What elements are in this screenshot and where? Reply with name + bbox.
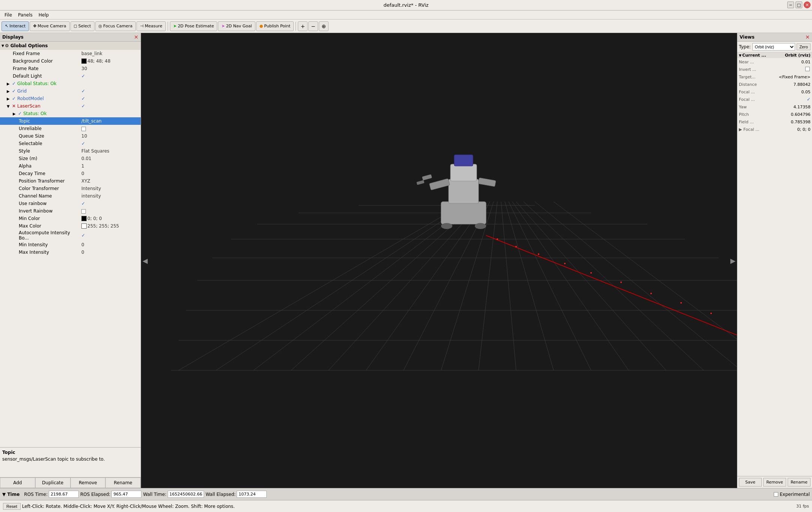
zoom-icon-button[interactable]: ⊕ [319,21,329,31]
position-transformer-row[interactable]: Position Transformer XYZ [0,177,141,185]
move-camera-button[interactable]: ✥ Move Camera [30,21,69,31]
views-panel-header: Views ✕ [737,33,812,42]
view-invert-row[interactable]: Invert ... [737,66,812,73]
viewport-arrow-right[interactable]: ▶ [729,255,737,266]
grid-value: ✓ [80,88,140,94]
views-type-select[interactable]: Orbit (rviz) [752,43,795,51]
svg-point-29 [538,253,539,255]
topic-row[interactable]: Topic /tilt_scan [0,117,141,125]
select-button[interactable]: ◻ Select [71,21,95,31]
frame-rate-row[interactable]: Frame Rate 30 [0,65,141,72]
close-button[interactable]: ✕ [804,1,810,8]
invert-rainbow-row[interactable]: Invert Rainbow [0,207,141,215]
max-intensity-row[interactable]: Max Intensity 0 [0,249,141,256]
unreliable-row[interactable]: Unreliable [0,125,141,132]
alpha-row[interactable]: Alpha 1 [0,162,141,170]
views-close-button[interactable]: ✕ [805,34,810,40]
view-distance-row[interactable]: Distance 7.88042 [737,81,812,88]
displays-tree[interactable]: ▼ ⚙ Global Options Fixed Frame base_link… [0,42,141,447]
menu-panels[interactable]: Panels [15,12,36,18]
view-target-row[interactable]: Target... <Fixed Frame> [737,73,812,81]
displays-panel-buttons: Add Duplicate Remove Rename [0,477,141,488]
queue-size-value: 10 [80,133,140,139]
ruler-icon: ⊣ [140,24,144,28]
current-view-group[interactable]: ▼ Current ... Orbit (rviz) [737,52,812,58]
max-color-row[interactable]: Max Color 255; 255; 255 [0,222,141,230]
invert-checkbox[interactable] [805,67,810,71]
menu-help[interactable]: Help [36,12,52,18]
ros-elapsed-label: ROS Elapsed: [80,492,110,497]
default-light-row[interactable]: Default Light ✓ [0,72,141,80]
size-row[interactable]: Size (m) 0.01 [0,155,141,162]
maximize-button[interactable]: □ [795,1,802,8]
add-icon-button[interactable]: + [298,21,308,31]
views-remove-button[interactable]: Remove [763,478,786,487]
laser-scan-row[interactable]: ▼ ✕ LaserScan ✓ [0,102,141,110]
experimental-checkbox[interactable] [774,492,778,497]
svg-point-30 [564,263,566,264]
robot-model-row[interactable]: ▶ ✓ RobotModel ✓ [0,95,141,102]
menu-file[interactable]: File [2,12,15,18]
interact-button[interactable]: ↖ Interact [2,21,29,31]
wall-elapsed-label: Wall Elapsed: [206,492,236,497]
style-row[interactable]: Style Flat Squares [0,147,141,155]
duplicate-button[interactable]: Duplicate [35,478,71,488]
reset-button[interactable]: Reset [3,503,21,510]
focus-camera-button[interactable]: ◎ Focus Camera [95,21,136,31]
rename-button[interactable]: Rename [105,478,141,488]
measure-button[interactable]: ⊣ Measure [137,21,165,31]
unreliable-value [80,126,140,131]
add-button[interactable]: Add [0,478,35,488]
view-yaw-row[interactable]: Yaw 4.17358 [737,103,812,111]
unreliable-checkbox[interactable] [81,127,86,131]
background-color-value: 48; 48; 48 [80,58,140,64]
displays-close-button[interactable]: ✕ [134,34,138,40]
title-bar: default.rviz* - RViz ─ □ ✕ [0,0,812,10]
viewport-3d[interactable]: ◀ ▶ [141,33,737,488]
min-intensity-row[interactable]: Min Intensity 0 [0,241,141,249]
queue-size-row[interactable]: Queue Size 10 [0,132,141,140]
background-color-key: Background Color [13,58,80,64]
view-focal1-row[interactable]: Focal ... 0.05 [737,88,812,96]
viewport-arrow-left[interactable]: ◀ [141,255,149,266]
autocompute-row[interactable]: Autocompute Intensity Bo... ✓ [0,230,141,241]
remove-icon-button[interactable]: − [308,21,318,31]
global-options-label: Global Options [11,43,48,48]
use-rainbow-value: ✓ [80,201,140,206]
minimize-button[interactable]: ─ [787,1,794,8]
views-save-button[interactable]: Save [739,478,762,487]
view-focal3-row[interactable]: ▶ Focal ... 0; 0; 0 [737,126,812,133]
fixed-frame-row[interactable]: Fixed Frame base_link [0,50,141,57]
unreliable-key: Unreliable [19,126,80,131]
max-intensity-value: 0 [80,250,140,255]
2d-nav-button[interactable]: ➤ 2D Nav Goal [218,21,255,31]
selectable-row[interactable]: Selectable ✓ [0,140,141,147]
remove-button[interactable]: Remove [71,478,106,488]
grid-row[interactable]: ▶ ✓ Grid ✓ [0,87,141,95]
view-field-row[interactable]: Field ... 0.785398 [737,118,812,126]
background-color-row[interactable]: Background Color 48; 48; 48 [0,57,141,65]
view-near-row[interactable]: Near ... 0.01 [737,58,812,66]
decay-time-row[interactable]: Decay Time 0 [0,170,141,177]
views-zero-button[interactable]: Zero [797,43,810,50]
use-rainbow-row[interactable]: Use rainbow ✓ [0,200,141,207]
background-color-swatch [81,58,87,64]
2d-pose-button[interactable]: ➤ 2D Pose Estimate [170,21,218,31]
global-status-row[interactable]: ▶ ✓ Global Status: Ok [0,80,141,87]
channel-name-row[interactable]: Channel Name intensity [0,192,141,200]
invert-rainbow-checkbox[interactable] [81,209,86,214]
laser-scan-status-row[interactable]: ▶ ✓ Status: Ok [0,110,141,117]
laser-scan-value: ✓ [80,103,140,109]
global-status-label: Global Status: Ok [17,81,140,86]
view-pitch-row[interactable]: Pitch 0.604796 [737,111,812,118]
svg-point-34 [680,302,682,304]
color-transformer-row[interactable]: Color Transformer Intensity [0,185,141,192]
robot-model-expand-icon: ▶ [7,97,12,101]
views-rename-button[interactable]: Rename [788,478,810,487]
view-invert-value [805,67,810,72]
min-color-row[interactable]: Min Color 0; 0; 0 [0,215,141,222]
scene-container [141,33,737,488]
publish-point-button[interactable]: ● Publish Point [256,21,294,31]
global-options-group[interactable]: ▼ ⚙ Global Options [0,42,141,50]
view-focal2-row[interactable]: Focal ... ✓ [737,96,812,103]
